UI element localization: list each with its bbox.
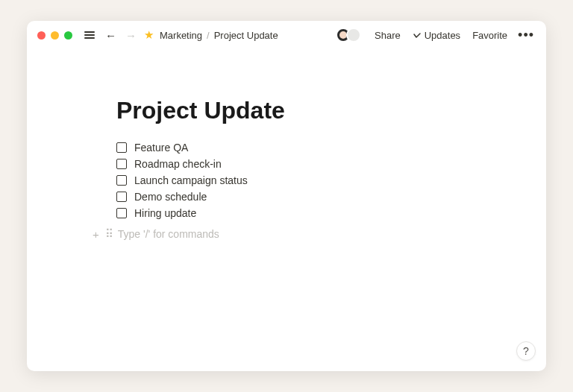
todo-list: Feature QA Roadmap check-in Launch campa… <box>116 139 479 221</box>
todo-label[interactable]: Hiring update <box>134 207 196 219</box>
breadcrumb-parent[interactable]: Marketing <box>160 30 202 41</box>
nav-forward-button[interactable]: → <box>124 30 138 41</box>
todo-item[interactable]: Feature QA <box>116 139 479 156</box>
more-options-button[interactable]: ••• <box>516 28 536 43</box>
breadcrumb-separator: / <box>207 30 210 41</box>
checkbox[interactable] <box>116 192 127 202</box>
star-icon: ★ <box>144 28 154 42</box>
checkbox[interactable] <box>116 175 127 186</box>
drag-handle-icon[interactable]: ⠿ <box>105 227 112 241</box>
checkbox[interactable] <box>116 159 127 169</box>
collaborator-avatars[interactable] <box>336 28 361 42</box>
checkbox[interactable] <box>116 142 127 153</box>
breadcrumb: Marketing / Project Update <box>160 30 278 41</box>
titlebar: ← → ★ Marketing / Project Update Share U… <box>27 21 546 49</box>
avatar[interactable] <box>346 28 361 42</box>
updates-button[interactable]: Updates <box>410 28 463 42</box>
todo-label[interactable]: Feature QA <box>134 142 188 154</box>
maximize-window-button[interactable] <box>64 31 72 39</box>
favorite-button[interactable]: Favorite <box>469 28 510 42</box>
todo-item[interactable]: Roadmap check-in <box>116 156 479 172</box>
app-window: ← → ★ Marketing / Project Update Share U… <box>27 21 546 371</box>
page-content: Project Update Feature QA Roadmap check-… <box>27 49 546 241</box>
help-button[interactable]: ? <box>516 341 536 361</box>
add-block-icon[interactable]: + <box>93 228 99 241</box>
placeholder-text[interactable]: Type '/' for commands <box>118 228 219 240</box>
todo-label[interactable]: Demo schedule <box>134 191 207 203</box>
breadcrumb-current[interactable]: Project Update <box>214 30 278 41</box>
todo-item[interactable]: Launch campaign status <box>116 172 479 189</box>
checkbox[interactable] <box>116 208 127 218</box>
close-window-button[interactable] <box>37 31 46 39</box>
todo-label[interactable]: Roadmap check-in <box>134 158 222 170</box>
todo-label[interactable]: Launch campaign status <box>134 174 248 186</box>
menu-icon[interactable] <box>84 31 95 39</box>
updates-label: Updates <box>425 30 460 41</box>
nav-back-button[interactable]: ← <box>104 30 118 41</box>
todo-item[interactable]: Demo schedule <box>116 189 479 205</box>
new-block-row[interactable]: + ⠿ Type '/' for commands <box>93 227 479 241</box>
page-title[interactable]: Project Update <box>116 97 479 124</box>
todo-item[interactable]: Hiring update <box>116 205 479 221</box>
share-button[interactable]: Share <box>372 28 404 42</box>
window-controls <box>37 31 72 39</box>
chevron-down-icon <box>413 31 422 40</box>
minimize-window-button[interactable] <box>51 31 59 39</box>
